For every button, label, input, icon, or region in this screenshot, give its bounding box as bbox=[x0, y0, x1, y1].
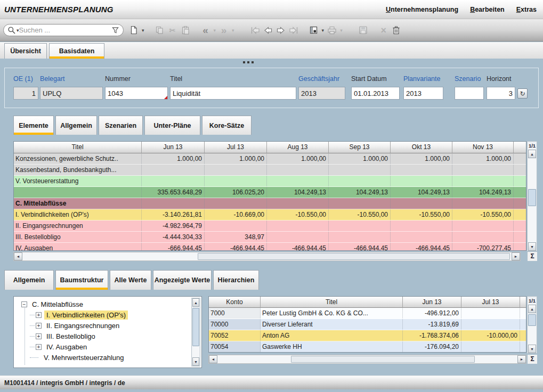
tree-root-item[interactable]: −C. Mittelabflüsse bbox=[14, 299, 190, 309]
tree-item-label[interactable]: C. Mittelabflüsse bbox=[30, 300, 85, 309]
value-cell[interactable]: -1.768.374,06 bbox=[403, 330, 461, 341]
search-input[interactable] bbox=[19, 26, 110, 34]
column-header[interactable]: Titel bbox=[14, 142, 142, 153]
tree-item[interactable]: +II. Eingangsrechnungen bbox=[14, 320, 190, 331]
redo-chevrons-icon[interactable]: » bbox=[219, 25, 229, 36]
row-title-cell[interactable]: Kassenbestand, Bundesbankguth... bbox=[14, 165, 142, 175]
value-cell[interactable] bbox=[391, 232, 452, 242]
scroll-left-button[interactable]: ◄ bbox=[209, 355, 217, 363]
start-datum-field[interactable] bbox=[351, 87, 400, 100]
scroll-right-button[interactable]: ► bbox=[512, 252, 520, 260]
value-cell[interactable] bbox=[391, 176, 452, 186]
tree-vertical-scrollbar[interactable]: ▲ ▼ bbox=[191, 298, 200, 366]
titel-field[interactable] bbox=[170, 87, 296, 100]
value-cell[interactable] bbox=[267, 165, 329, 175]
value-cell[interactable] bbox=[452, 198, 514, 209]
value-cell[interactable] bbox=[267, 220, 329, 231]
print-icon[interactable] bbox=[327, 25, 337, 36]
value-cell[interactable]: -10.000,00 bbox=[461, 330, 520, 341]
scroll-up-button[interactable]: ▲ bbox=[528, 305, 536, 313]
tab-angezeigte-werte[interactable]: Angezeigte Werte bbox=[153, 270, 212, 290]
row-title-cell[interactable]: V. Vorsteuererstattung bbox=[14, 176, 142, 186]
menu-extras[interactable]: Extras bbox=[516, 6, 537, 13]
undo-chevrons-icon[interactable]: « bbox=[201, 25, 210, 36]
first-record-icon[interactable] bbox=[250, 25, 260, 36]
scroll-track[interactable] bbox=[192, 307, 199, 357]
row-title-cell[interactable]: III. Bestellobligo bbox=[14, 232, 142, 242]
value-cell[interactable]: -496.912,00 bbox=[403, 308, 461, 318]
account-title-cell[interactable]: Diverser Lieferant bbox=[261, 319, 403, 330]
column-header[interactable]: Titel bbox=[261, 297, 403, 308]
scroll-up-button[interactable]: ▲ bbox=[528, 150, 536, 158]
expand-icon[interactable]: + bbox=[36, 312, 42, 318]
row-title-cell[interactable]: C. Mittelabflüsse bbox=[14, 198, 142, 209]
value-cell[interactable]: -466.944,45 bbox=[329, 243, 391, 251]
value-cell[interactable]: -4.982.964,79 bbox=[142, 220, 205, 231]
scroll-down-button[interactable]: ▼ bbox=[192, 357, 199, 366]
belegart-field[interactable] bbox=[40, 87, 103, 100]
value-cell[interactable] bbox=[267, 198, 329, 209]
value-cell[interactable]: 1.000,00 bbox=[142, 153, 205, 164]
value-cell[interactable]: -466.944,45 bbox=[391, 243, 452, 251]
account-title-cell[interactable]: Gaswerke HH bbox=[261, 341, 403, 352]
tab-allgemein[interactable]: Allgemein bbox=[55, 116, 97, 135]
value-cell[interactable] bbox=[452, 165, 514, 175]
value-cell[interactable] bbox=[461, 308, 520, 318]
tree-item[interactable]: V. Mehrwertsteuerzahlung bbox=[14, 352, 190, 363]
accounts-horizontal-scrollbar[interactable]: ◄ ► bbox=[208, 355, 526, 364]
value-cell[interactable]: 104.249,13 bbox=[329, 187, 391, 198]
expand-icon[interactable]: + bbox=[36, 344, 42, 350]
value-cell[interactable] bbox=[329, 176, 391, 186]
value-cell[interactable] bbox=[205, 198, 267, 209]
trash-icon[interactable] bbox=[392, 25, 401, 36]
tree-item[interactable]: +III. Bestellobligo bbox=[14, 331, 190, 341]
expand-icon[interactable]: + bbox=[36, 323, 42, 329]
value-cell[interactable] bbox=[452, 232, 514, 242]
tab-uebersicht[interactable]: Übersicht bbox=[4, 43, 47, 59]
cut-icon[interactable]: ✂ bbox=[168, 25, 177, 36]
tree-item[interactable]: +I. Verbindlichkeiten (OP's) bbox=[14, 309, 190, 320]
filter-icon[interactable] bbox=[110, 25, 120, 36]
geschaeftsjahr-field[interactable] bbox=[298, 87, 345, 100]
value-cell[interactable]: -700.277,45 bbox=[452, 243, 514, 251]
value-cell[interactable]: 1.000,00 bbox=[205, 153, 267, 164]
tab-szenarien[interactable]: Szenarien bbox=[99, 116, 143, 135]
column-header[interactable]: Jun 13 bbox=[403, 297, 461, 308]
account-number-cell[interactable]: 70054 bbox=[209, 341, 261, 352]
account-number-cell[interactable]: 70000 bbox=[209, 319, 261, 330]
value-cell[interactable] bbox=[452, 220, 514, 231]
scroll-thumb[interactable] bbox=[198, 253, 510, 260]
value-cell[interactable] bbox=[142, 165, 205, 175]
row-title-cell[interactable]: II. Eingangsrechnungen bbox=[14, 220, 142, 231]
row-title-cell[interactable]: IV. Ausgaben bbox=[14, 243, 142, 251]
sum-button[interactable]: Σ bbox=[528, 355, 537, 364]
account-number-cell[interactable]: 7000 bbox=[209, 308, 261, 318]
value-cell[interactable]: -10.669,00 bbox=[205, 209, 267, 220]
expand-icon[interactable]: + bbox=[36, 333, 42, 339]
value-cell[interactable]: -13.819,69 bbox=[403, 319, 461, 330]
new-document-caret-icon[interactable]: ▾ bbox=[142, 28, 144, 33]
tree-item-label[interactable]: IV. Ausgaben bbox=[44, 342, 89, 352]
value-cell[interactable] bbox=[205, 165, 267, 175]
tab-basisdaten[interactable]: Basisdaten bbox=[49, 43, 104, 59]
value-cell[interactable]: 1.000,00 bbox=[267, 153, 329, 164]
value-cell[interactable]: 335.653.648,29 bbox=[142, 187, 205, 198]
tree-item[interactable]: +IV. Ausgaben bbox=[14, 341, 190, 352]
save-icon[interactable] bbox=[359, 25, 368, 36]
tab-kore-saetze[interactable]: Kore-Sätze bbox=[202, 116, 252, 135]
value-cell[interactable]: 104.249,13 bbox=[267, 187, 329, 198]
value-cell[interactable] bbox=[267, 232, 329, 242]
scroll-thumb[interactable] bbox=[528, 189, 536, 206]
value-cell[interactable]: 1.000,00 bbox=[391, 153, 452, 164]
paste-icon[interactable] bbox=[181, 25, 190, 36]
copy-icon[interactable] bbox=[155, 25, 165, 36]
column-header[interactable]: Okt 13 bbox=[391, 142, 452, 153]
value-cell[interactable]: 1.000,00 bbox=[329, 153, 391, 164]
value-cell[interactable]: -10.550,00 bbox=[267, 209, 329, 220]
next-record-icon[interactable] bbox=[276, 25, 286, 36]
column-header[interactable]: Jul 13 bbox=[461, 297, 520, 308]
planvariante-field[interactable] bbox=[403, 87, 443, 100]
value-cell[interactable] bbox=[142, 176, 205, 186]
main-vertical-scrollbar[interactable]: 1/1 ▲ ▼ bbox=[527, 141, 537, 251]
scroll-thumb[interactable] bbox=[291, 356, 475, 363]
